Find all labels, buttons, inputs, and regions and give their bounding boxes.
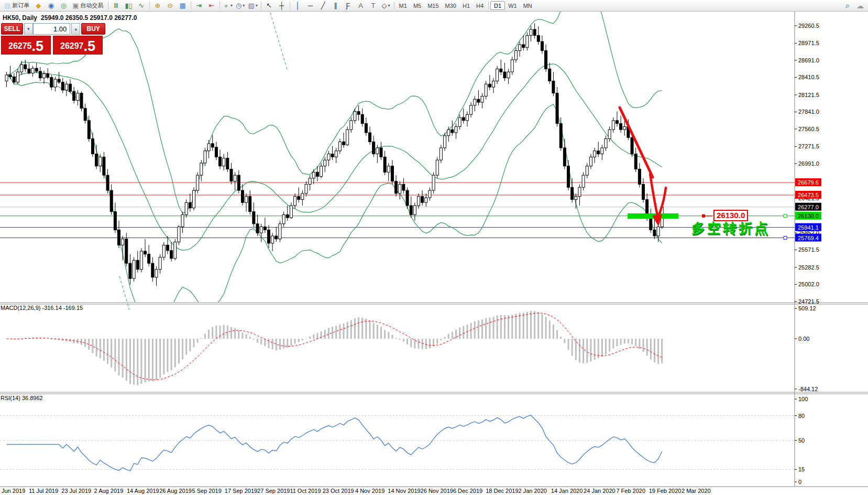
templates-menu-button[interactable]: ▧▾ — [247, 1, 259, 10]
timeframe-button-w1[interactable]: W1 — [505, 1, 520, 10]
price-tick-label: 26991.0 — [798, 160, 819, 167]
chevron-down-icon: ▾ — [243, 3, 245, 8]
arrow-curve[interactable] — [650, 174, 658, 218]
timeframe-button-d1[interactable]: D1 — [490, 1, 505, 10]
candle-body — [552, 81, 555, 93]
buy-price[interactable]: 26297.5 — [53, 36, 103, 55]
indicators-menu-glyph: ＋ — [223, 2, 229, 9]
fibonacci-button[interactable]: Ƒ — [342, 1, 355, 10]
toolbar-separator — [261, 2, 261, 9]
chart-title: HK50, Daily25949.0 26350.5 25917.0 26277… — [3, 14, 141, 21]
candle-body — [485, 84, 487, 96]
new-order-button[interactable]: ▤新订单 — [2, 1, 32, 10]
candle-body — [488, 84, 491, 87]
timeframe-button-m30[interactable]: M30 — [442, 1, 459, 10]
candle-body — [249, 197, 251, 212]
trendline-button[interactable]: ╱ — [317, 1, 329, 10]
line-handle[interactable] — [784, 236, 787, 240]
timeframe-button-m15[interactable]: M15 — [424, 1, 442, 10]
dashed-trendline[interactable] — [119, 276, 129, 310]
candle-body — [537, 36, 540, 42]
candle-body — [166, 245, 169, 250]
annotation-text[interactable]: 多空转折点 — [691, 219, 770, 238]
sell-button[interactable]: SELL — [1, 23, 23, 35]
equidistant-channel-glyph: ∥ — [334, 2, 337, 9]
candle-body — [350, 121, 353, 130]
candle-body — [650, 218, 652, 230]
price-tick-label: 25571.5 — [798, 246, 819, 253]
candle-body — [440, 148, 442, 160]
timeframe-button-h4[interactable]: H4 — [473, 1, 487, 10]
bar-chart-icon[interactable]: Ⅲ — [110, 1, 123, 10]
candle-body — [129, 263, 131, 278]
candle-body — [563, 148, 566, 166]
candlestick-chart-icon[interactable]: ▮▯ — [123, 1, 135, 10]
zoom-in-icon[interactable]: ⊕ — [151, 1, 164, 10]
cursor-button[interactable]: ↖ — [263, 1, 276, 10]
date-label: 27 Sep 2019 — [257, 488, 290, 494]
indicators-menu-button[interactable]: ＋▾ — [222, 1, 234, 10]
buy-button[interactable]: BUY — [81, 23, 105, 35]
zoom-out-icon-glyph: ⊖ — [167, 2, 173, 9]
line-handle[interactable] — [784, 214, 787, 218]
gold-icon-glyph: ◆ — [36, 2, 41, 9]
arrows-menu-button[interactable]: ◇▾ — [380, 1, 392, 10]
candle-body — [5, 75, 8, 81]
candle-body — [605, 139, 607, 148]
candle-body — [13, 77, 15, 82]
zoom-out-icon[interactable]: ⊖ — [164, 1, 177, 10]
candle-body — [118, 230, 120, 245]
timeframe-button-mn[interactable]: MN — [520, 1, 535, 10]
search-icon[interactable]: ⌕ — [841, 1, 854, 10]
cursor-glyph: ↖ — [266, 2, 272, 9]
rsi-axis-label: 100 — [798, 396, 808, 402]
gold-icon[interactable]: ◆ — [32, 1, 45, 10]
candle-body — [103, 157, 105, 175]
volume-decrease-button[interactable]: ▾ — [24, 23, 33, 35]
macd-axis-label: -844.12 — [798, 386, 818, 392]
chart-canvas[interactable]: 29260.528971.528691.028410.528121.527841… — [0, 0, 868, 495]
candle-body — [162, 245, 165, 257]
timeframe-button-m5[interactable]: M5 — [410, 1, 424, 10]
vertical-line-button[interactable]: │ — [292, 1, 304, 10]
community-icon[interactable]: ◉ — [45, 1, 57, 10]
line-chart-icon[interactable]: ∿ — [135, 1, 148, 10]
date-label: 26 Aug 2019 — [159, 488, 192, 494]
candle-body — [189, 202, 191, 208]
auto-scroll-icon[interactable]: ⇥ — [193, 1, 205, 10]
sell-price[interactable]: 26275.5 — [1, 36, 51, 55]
text-label-button[interactable]: T — [367, 1, 380, 10]
volume-increase-button[interactable]: ▴ — [71, 23, 80, 35]
candle-body — [16, 72, 19, 82]
candle-body — [219, 157, 222, 166]
candle-body — [234, 175, 236, 181]
callout-handle[interactable] — [702, 214, 705, 218]
chat-icon[interactable]: ☁ — [854, 1, 866, 10]
candle-body — [140, 251, 142, 270]
signals-icon[interactable]: ◎ — [57, 1, 70, 10]
auto-scroll-icon-glyph: ⇥ — [196, 2, 202, 9]
tile-windows-icon[interactable]: ▦ — [177, 1, 189, 10]
crosshair-button[interactable]: ┼ — [276, 1, 288, 10]
text-button[interactable]: A — [355, 1, 367, 10]
candle-body — [298, 197, 300, 200]
chevron-down-icon: ▾ — [230, 3, 233, 8]
timeframe-button-m1[interactable]: M1 — [396, 1, 410, 10]
equidistant-channel-button[interactable]: ∥ — [329, 1, 342, 10]
candle-body — [159, 257, 161, 270]
rsi-line — [7, 415, 662, 471]
candle-body — [69, 84, 72, 91]
volume-input[interactable]: 1.00 — [33, 23, 71, 35]
candle-body — [237, 175, 240, 190]
candle-body — [346, 130, 349, 145]
chart-shift-icon[interactable]: ⇤ — [205, 1, 218, 10]
candle-body — [200, 163, 203, 175]
candle-body — [207, 144, 210, 151]
auto-trading-button[interactable]: ▣自动交易 — [70, 1, 106, 10]
periods-menu-button[interactable]: ◷▾ — [234, 1, 247, 10]
price-tick-label: 28691.0 — [798, 57, 819, 63]
horizontal-line-button[interactable]: ─ — [304, 1, 317, 10]
timeframe-button-h1[interactable]: H1 — [459, 1, 473, 10]
candle-body — [447, 130, 450, 136]
rsi-axis-label: 15 — [798, 466, 805, 472]
